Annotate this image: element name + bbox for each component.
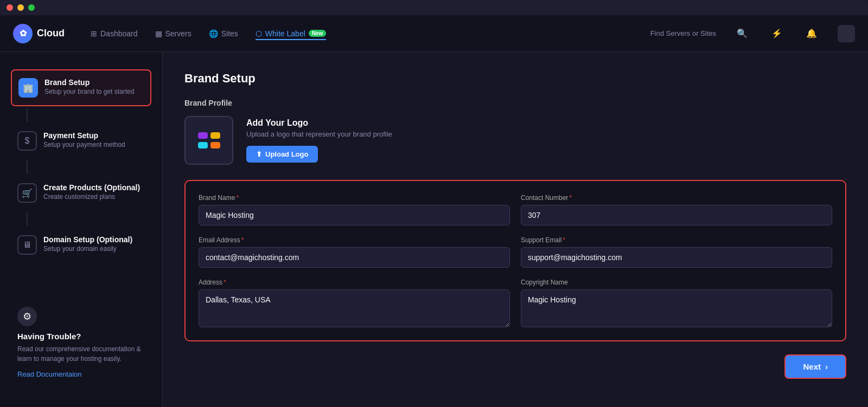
brand-setup-title: Brand Setup [44,78,144,87]
having-trouble-section: ⚙ Having Trouble? Read our comprehensive… [11,296,151,390]
copyright-name-group: Copyright Name Magic Hosting [521,279,832,327]
upload-btn-label: Upload Logo [265,150,308,158]
search-area: Find Servers or Sites [650,29,716,37]
nav-label-sites: Sites [221,29,238,38]
content-area: Brand Setup Brand Profile Add Your Logo [163,52,868,407]
add-logo-title: Add Your Logo [246,118,846,128]
payment-setup-subtitle: Setup your payment method [43,141,145,148]
nav-item-sites[interactable]: 🌐 Sites [209,27,238,40]
maximize-button[interactable] [28,4,35,11]
support-email-label: Support Email* [521,236,832,244]
logo-text: Cloud [37,28,65,39]
navbar: ✿ Cloud ⊞ Dashboard ▦ Servers 🌐 Sites ⬡ … [0,15,868,52]
address-label: Address* [199,279,510,286]
brand-profile-label: Brand Profile [184,99,846,107]
domain-setup-subtitle: Setup your domain easily [43,245,145,253]
brand-profile-row: Add Your Logo Upload a logo that represe… [184,116,846,165]
notifications-button[interactable]: 🔔 [803,25,820,42]
support-email-group: Support Email* [521,236,832,268]
search-placeholder-text: Find Servers or Sites [650,29,716,37]
window-chrome [0,0,868,15]
sites-icon: 🌐 [209,29,218,38]
email-address-group: Email Address* [199,236,510,268]
brand-setup-icon: 🏢 [18,78,38,98]
nav-label-whitelabel: White Label [265,29,305,38]
logo-placeholder-inner [198,132,220,148]
contact-number-label: Contact Number* [521,194,832,202]
logo-dot-yellow [210,132,220,139]
support-email-input[interactable] [521,247,832,268]
new-badge: New [309,30,327,37]
minimize-button[interactable] [17,4,24,11]
address-group: Address* Dallas, Texas, USA [199,279,510,327]
logo-row-bottom [198,142,220,148]
create-products-subtitle: Create customized plans [43,193,145,201]
upload-logo-button[interactable]: ⬆ Upload Logo [246,146,318,163]
email-required: * [241,236,244,244]
upload-icon: ⬆ [256,150,262,158]
brand-setup-subtitle: Setup your brand to get started [44,88,144,95]
sidebar-step-payment-setup[interactable]: $ Payment Setup Setup your payment metho… [11,124,151,158]
step-connector-2 [27,160,28,173]
domain-setup-content: Domain Setup (Optional) Setup your domai… [43,235,145,253]
logo-dot-orange [210,142,220,148]
payment-setup-title: Payment Setup [43,131,145,140]
logo-icon: ✿ [13,24,33,43]
main-layout: 🏢 Brand Setup Setup your brand to get st… [0,52,868,407]
contact-number-group: Contact Number* [521,194,832,225]
logo-dot-purple [198,132,208,139]
whitelabel-icon: ⬡ [256,29,262,38]
nav-item-whitelabel[interactable]: ⬡ White Label New [256,27,327,40]
dashboard-icon: ⊞ [91,29,97,38]
copyright-name-textarea[interactable]: Magic Hosting [521,289,832,327]
contact-number-required: * [569,194,572,202]
activity-button[interactable]: ⚡ [768,25,786,42]
brand-form: Brand Name* Contact Number* Email Addres… [184,180,846,341]
email-address-input[interactable] [199,247,510,268]
create-products-content: Create Products (Optional) Create custom… [43,183,145,201]
servers-icon: ▦ [155,29,162,38]
form-grid: Brand Name* Contact Number* Email Addres… [199,194,832,327]
add-logo-section: Add Your Logo Upload a logo that represe… [246,118,846,163]
content-footer: Next › [184,354,846,379]
address-textarea[interactable]: Dallas, Texas, USA [199,289,510,327]
step-connector-3 [27,212,28,225]
support-email-required: * [563,236,565,244]
nav-item-servers[interactable]: ▦ Servers [155,27,192,40]
nav-item-dashboard[interactable]: ⊞ Dashboard [91,27,138,40]
user-avatar[interactable] [838,25,855,42]
contact-number-input[interactable] [521,205,832,225]
next-button[interactable]: Next › [784,354,846,379]
logo-dot-cyan [198,142,208,148]
create-products-icon: 🛒 [17,183,37,203]
brand-name-label: Brand Name* [199,194,510,202]
page-title: Brand Setup [184,72,846,86]
email-address-label: Email Address* [199,236,510,244]
brand-name-input[interactable] [199,205,510,225]
nav-label-dashboard: Dashboard [100,29,138,38]
logo-placeholder [184,116,233,165]
logo-row-top [198,132,220,139]
add-logo-desc: Upload a logo that represent your brand … [246,130,846,138]
brand-setup-content: Brand Setup Setup your brand to get star… [44,78,144,95]
domain-setup-title: Domain Setup (Optional) [43,235,145,244]
read-documentation-link[interactable]: Read Documentaion [17,370,82,378]
sidebar-step-create-products[interactable]: 🛒 Create Products (Optional) Create cust… [11,176,151,210]
sidebar: 🏢 Brand Setup Setup your brand to get st… [0,52,163,407]
brand-name-group: Brand Name* [199,194,510,225]
payment-setup-icon: $ [17,131,37,151]
brand-name-required: * [236,194,239,202]
sidebar-step-brand-setup[interactable]: 🏢 Brand Setup Setup your brand to get st… [11,69,151,106]
create-products-title: Create Products (Optional) [43,183,145,192]
search-button[interactable]: 🔍 [733,25,751,42]
close-button[interactable] [7,4,13,11]
trouble-description: Read our comprehensive documentation & l… [17,344,145,364]
address-required: * [224,279,226,286]
domain-setup-icon: 🖥 [17,235,37,255]
next-arrow-icon: › [825,362,828,371]
sidebar-step-domain-setup[interactable]: 🖥 Domain Setup (Optional) Setup your dom… [11,228,151,262]
trouble-icon: ⚙ [17,307,37,326]
logo: ✿ Cloud [13,24,65,43]
next-btn-label: Next [803,362,821,371]
nav-label-servers: Servers [165,29,192,38]
